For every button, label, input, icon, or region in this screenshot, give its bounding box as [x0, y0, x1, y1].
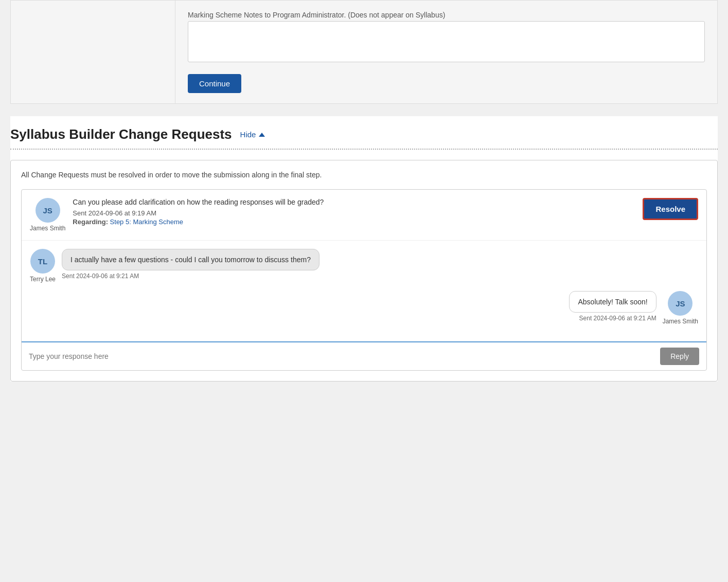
regarding-label: Regarding:: [73, 218, 108, 226]
hide-link[interactable]: Hide: [240, 130, 265, 139]
conversation-item-terry: TL Terry Lee I actually have a few quest…: [30, 249, 698, 283]
hide-link-text: Hide: [240, 130, 256, 139]
reply-button[interactable]: Reply: [660, 348, 699, 365]
request-sent-time: Sent 2024-09-06 at 9:19 AM: [73, 209, 635, 217]
resolve-button[interactable]: Resolve: [643, 198, 698, 220]
james-smith-avatar: JS: [35, 198, 60, 223]
terry-message: I actually have a few questions - could …: [70, 256, 311, 264]
request-card: JS James Smith Can you please add clarif…: [21, 189, 707, 371]
james-reply-avatar-group: JS James Smith: [663, 291, 698, 325]
james-time: Sent 2024-09-06 at 9:21 AM: [569, 315, 656, 322]
resolve-btn-wrapper: Resolve: [643, 198, 698, 220]
continue-button[interactable]: Continue: [188, 74, 241, 93]
top-right-panel: Marking Scheme Notes to Program Administ…: [175, 1, 717, 103]
request-message: Can you please add clarification on how …: [73, 198, 635, 206]
james-reply-name: James Smith: [663, 318, 698, 325]
info-text: All Change Requests must be resolved in …: [21, 171, 707, 179]
regarding-link[interactable]: Step 5: Marking Scheme: [110, 218, 183, 226]
terry-lee-name: Terry Lee: [30, 276, 56, 283]
marking-scheme-label: Marking Scheme Notes to Program Administ…: [188, 11, 705, 19]
avatar-initials: JS: [43, 206, 52, 215]
section-title: Syllabus Builder Change Requests: [10, 126, 232, 142]
conversation-section: TL Terry Lee I actually have a few quest…: [22, 241, 706, 341]
label-note: (Does not appear on Syllabus): [348, 11, 445, 19]
section-header: Syllabus Builder Change Requests Hide: [10, 126, 718, 147]
top-section: Marking Scheme Notes to Program Administ…: [10, 0, 718, 104]
terry-lee-avatar-group: TL Terry Lee: [30, 249, 56, 283]
james-bubble: Absolutely! Talk soon!: [569, 291, 656, 313]
label-text: Marking Scheme Notes to Program Administ…: [188, 11, 346, 19]
request-top: JS James Smith Can you please add clarif…: [22, 190, 706, 241]
james-bubble-wrapper: Absolutely! Talk soon! Sent 2024-09-06 a…: [569, 291, 656, 322]
reply-section: Reply: [22, 341, 706, 370]
top-left-panel: [11, 1, 175, 103]
request-regarding: Regarding: Step 5: Marking Scheme: [73, 218, 635, 226]
terry-bubble: I actually have a few questions - could …: [62, 249, 319, 270]
james-message: Absolutely! Talk soon!: [578, 298, 647, 306]
arrow-up-icon: [259, 133, 265, 137]
outer-card: All Change Requests must be resolved in …: [10, 160, 718, 381]
conversation-item-james-reply: JS James Smith Absolutely! Talk soon! Se…: [30, 291, 698, 325]
james-smith-avatar-group: JS James Smith: [30, 198, 65, 232]
terry-bubble-wrapper: I actually have a few questions - could …: [62, 249, 319, 280]
terry-time: Sent 2024-09-06 at 9:21 AM: [62, 272, 319, 280]
terry-initials: TL: [38, 257, 47, 266]
section-divider: [10, 149, 718, 150]
james-smith-name: James Smith: [30, 225, 65, 232]
james-reply-avatar: JS: [668, 291, 693, 316]
request-info: Can you please add clarification on how …: [73, 198, 635, 226]
change-requests-section: Syllabus Builder Change Requests Hide Al…: [10, 116, 718, 381]
james-reply-initials: JS: [676, 299, 685, 308]
marking-scheme-textarea[interactable]: [188, 21, 705, 62]
terry-lee-avatar: TL: [30, 249, 55, 274]
reply-input[interactable]: [29, 352, 655, 360]
